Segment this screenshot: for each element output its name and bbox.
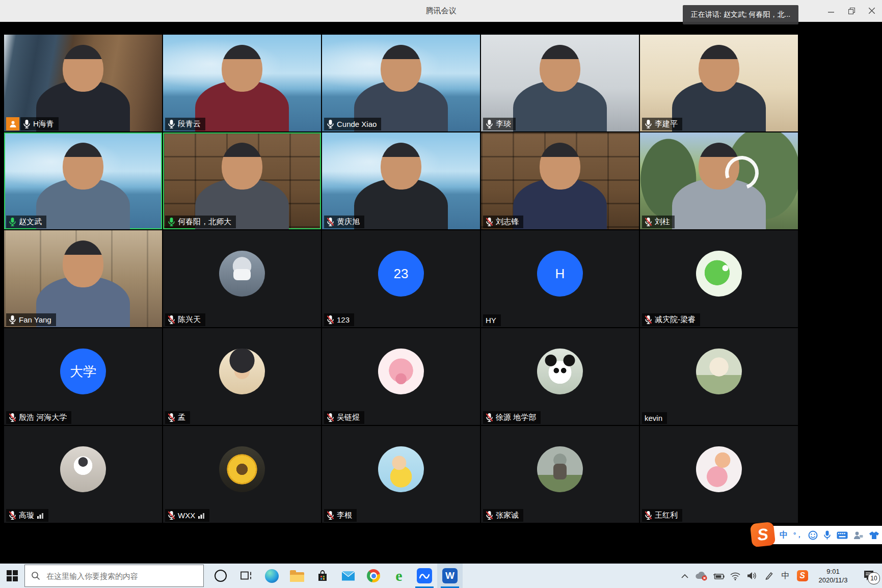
windows-taskbar: eW 中 S 9:01 2020/11/3 10 <box>0 564 882 588</box>
tray-chevron-up-icon[interactable] <box>676 564 693 588</box>
participant-label-row: Cunde Xiao <box>324 118 381 130</box>
participant-name-label: 李琰 <box>483 118 516 130</box>
minimize-button[interactable] <box>821 0 841 21</box>
avatar-text: 大学 <box>70 363 96 381</box>
sogou-ime-toolbar[interactable]: S 中 °， <box>753 526 882 544</box>
participant-tile-24[interactable]: 张家诚 <box>481 426 639 523</box>
participant-name-label: H海青 <box>20 117 59 130</box>
participant-name-label: WXX <box>165 509 209 522</box>
participant-tile-4[interactable]: 李琰 <box>481 35 639 131</box>
taskbar-search[interactable] <box>24 565 204 587</box>
mic-muted-icon <box>486 413 493 422</box>
mic-muted-icon <box>168 413 175 422</box>
participant-label-row: H海青 <box>6 117 59 130</box>
participant-tile-19[interactable]: 徐源 地学部 <box>481 328 639 425</box>
participant-tile-5[interactable]: 李建平 <box>640 35 798 131</box>
blue-circle-avatar: H <box>537 251 583 297</box>
participant-name: 高璇 <box>19 511 34 520</box>
participant-tile-6[interactable]: 赵文武 <box>4 132 162 229</box>
participant-name-label: 何春阳，北师大 <box>165 216 236 228</box>
skin-icon[interactable] <box>869 531 879 540</box>
taskbar-app-tencent-meeting[interactable] <box>412 564 437 588</box>
chrome-icon <box>367 569 380 582</box>
soft-keyboard-icon[interactable] <box>837 531 848 539</box>
browser-e-icon: e <box>395 569 402 582</box>
participant-name-label: 减灾院-梁睿 <box>642 313 700 326</box>
participant-tile-7[interactable]: 何春阳，北师大 <box>163 132 321 229</box>
notification-count-badge: 10 <box>868 572 880 584</box>
ime-language-indicator[interactable]: 中 <box>777 564 794 588</box>
participant-tile-20[interactable]: kevin <box>640 328 798 425</box>
participant-label-row: 黄庆旭 <box>324 216 364 228</box>
participant-tile-15[interactable]: 减灾院-梁睿 <box>640 230 798 327</box>
participant-tile-16[interactable]: 大学殷浩 河海大学 <box>4 328 162 425</box>
voice-input-icon[interactable] <box>823 530 831 540</box>
volume-icon[interactable] <box>743 564 760 588</box>
participant-tile-23[interactable]: 李根 <box>322 426 480 523</box>
sunflower-avatar <box>219 446 265 492</box>
participant-tile-14[interactable]: HHY <box>481 230 639 327</box>
mic-muted-icon <box>645 315 652 325</box>
participant-tile-8[interactable]: 黄庆旭 <box>322 132 480 229</box>
participant-label-row: 孟 <box>165 411 190 424</box>
taskbar-app-task-view[interactable] <box>233 564 259 588</box>
participant-name: HY <box>486 316 496 325</box>
pen-icon[interactable] <box>760 564 777 588</box>
taskbar-app-green-e-browser[interactable]: e <box>386 564 412 588</box>
participant-label-row: 张家诚 <box>483 509 523 522</box>
profile-icon[interactable] <box>853 531 863 540</box>
taskbar-app-chrome[interactable] <box>361 564 386 588</box>
tray-clock[interactable]: 9:01 2020/11/3 <box>811 567 856 584</box>
participant-tile-21[interactable]: 高璇 <box>4 426 162 523</box>
participant-tile-13[interactable]: 23123 <box>322 230 480 327</box>
wifi-icon[interactable] <box>727 564 743 588</box>
participant-tile-17[interactable]: 孟 <box>163 328 321 425</box>
start-button[interactable] <box>0 564 24 588</box>
masked-person-avatar <box>219 251 265 297</box>
participant-tile-3[interactable]: Cunde Xiao <box>322 35 480 131</box>
participant-tile-10[interactable]: 刘柱 <box>640 132 798 229</box>
muscle-man-avatar <box>696 446 742 492</box>
taskbar-app-edge[interactable] <box>259 564 284 588</box>
network-signal-icon <box>198 512 205 519</box>
mic-on-icon <box>23 119 31 129</box>
participant-tile-9[interactable]: 刘志锋 <box>481 132 639 229</box>
participant-tile-2[interactable]: 段青云 <box>163 35 321 131</box>
participant-tile-12[interactable]: 陈兴天 <box>163 230 321 327</box>
cortana-icon <box>215 570 227 582</box>
blue-circle-avatar: 大学 <box>60 349 106 394</box>
taskbar-app-word[interactable]: W <box>437 564 463 588</box>
participant-video-figure <box>354 178 448 229</box>
punctuation-icon[interactable]: °， <box>793 530 803 540</box>
restore-button[interactable] <box>841 0 862 21</box>
mic-muted-icon <box>486 511 493 520</box>
onedrive-error-icon[interactable] <box>693 564 710 588</box>
taskbar-app-store[interactable] <box>310 564 335 588</box>
participant-name-label: 李建平 <box>642 118 682 130</box>
taskbar-app-mail[interactable] <box>335 564 361 588</box>
participant-tile-25[interactable]: 王红利 <box>640 426 798 523</box>
participant-label-row: kevin <box>642 412 667 424</box>
emoji-icon[interactable] <box>808 530 818 540</box>
participant-name: Cunde Xiao <box>337 120 377 128</box>
participant-name-label: 123 <box>324 313 354 326</box>
participant-face <box>540 45 580 92</box>
participant-tile-18[interactable]: 吴链煜 <box>322 328 480 425</box>
search-input[interactable] <box>45 571 195 581</box>
participant-face <box>63 45 103 92</box>
sogou-logo-icon[interactable]: S <box>750 522 776 548</box>
participant-name-label: Fan Yang <box>6 313 56 326</box>
participant-tile-1[interactable]: H海青 <box>4 35 162 131</box>
participant-video-figure <box>672 81 766 131</box>
participant-tile-22[interactable]: WXX <box>163 426 321 523</box>
notification-center-button[interactable]: 10 <box>856 564 882 588</box>
ime-mode-chinese[interactable]: 中 <box>780 530 788 541</box>
close-button[interactable] <box>862 0 882 21</box>
taskbar-app-cortana[interactable] <box>208 564 233 588</box>
taskbar-app-file-explorer[interactable] <box>284 564 310 588</box>
participant-name: 黄庆旭 <box>337 217 360 227</box>
mic-muted-icon <box>168 315 175 325</box>
sogou-tray-icon[interactable]: S <box>794 564 811 588</box>
battery-icon[interactable] <box>710 564 727 588</box>
participant-tile-11[interactable]: Fan Yang <box>4 230 162 327</box>
